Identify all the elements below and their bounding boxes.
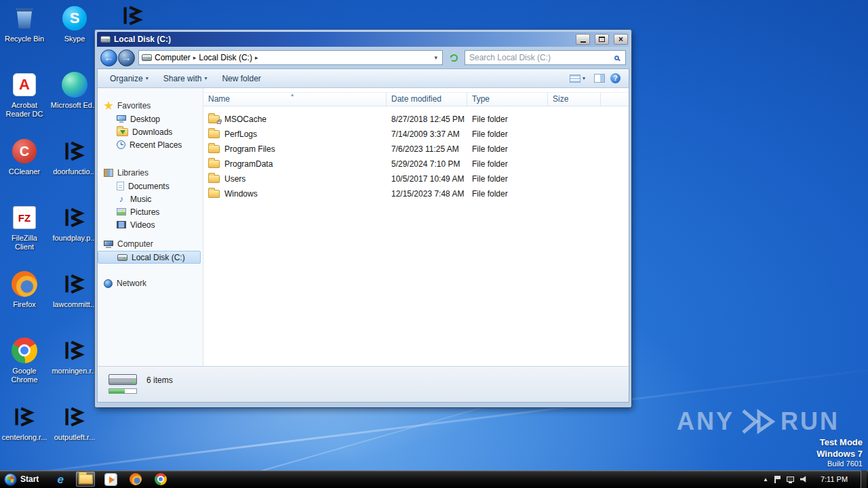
desktop-icon-ccleaner[interactable]: CCleaner bbox=[2, 137, 47, 176]
nav-item-local-disk-c[interactable]: Local Disk (C:) bbox=[98, 251, 201, 264]
nav-item-recent-places[interactable]: Recent Places bbox=[98, 138, 203, 151]
file-row-users[interactable]: Users 10/5/2017 10:49 AM File folder bbox=[203, 171, 629, 186]
hidden-icons-button[interactable]: ▲ bbox=[763, 476, 768, 483]
desktop-icon-lawcommitt[interactable]: lawcommitt... bbox=[52, 270, 97, 309]
file-row-programdata[interactable]: ProgramData 5/29/2024 7:10 PM File folde… bbox=[203, 157, 629, 171]
chevron-down-icon: ▾ bbox=[146, 75, 149, 81]
refresh-icon bbox=[450, 54, 458, 62]
nav-item-videos[interactable]: Videos bbox=[98, 218, 203, 231]
file-rows: MSOCache 8/27/2018 12:45 PM File folder … bbox=[203, 112, 629, 201]
downloads-icon bbox=[117, 128, 128, 136]
nav-item-documents[interactable]: Documents bbox=[98, 180, 203, 192]
network-tray-icon[interactable] bbox=[787, 476, 794, 482]
nav-item-desktop[interactable]: Desktop bbox=[98, 113, 203, 125]
breadcrumb[interactable]: Computer ▸ Local Disk (C:) ▸ ▾ bbox=[138, 50, 443, 65]
desktop-icon-label: doorfunctio... bbox=[53, 167, 96, 176]
folder-icon bbox=[208, 145, 220, 153]
command-bar: Organize▾ Share with▾ New folder ▾ ? bbox=[98, 69, 629, 88]
address-dropdown-icon[interactable]: ▾ bbox=[432, 54, 439, 61]
column-header-name[interactable]: Name▴ bbox=[203, 92, 387, 106]
clock-icon bbox=[117, 140, 125, 149]
chrome-icon bbox=[12, 336, 37, 365]
desktop-icon-label: centerlong.r... bbox=[2, 433, 47, 442]
file-row-msocache[interactable]: MSOCache 8/27/2018 12:45 PM File folder bbox=[203, 112, 629, 127]
desktop-icon-chrome[interactable]: Google Chrome bbox=[2, 336, 47, 384]
new-folder-button[interactable]: New folder bbox=[215, 71, 267, 86]
nav-item-downloads[interactable]: Downloads bbox=[98, 125, 203, 138]
folder-icon bbox=[208, 115, 220, 123]
nav-group-computer[interactable]: Computer bbox=[98, 237, 203, 251]
desktop-icon-acrobat[interactable]: Acrobat Reader DC bbox=[2, 70, 47, 119]
minimize-button[interactable] bbox=[576, 34, 590, 45]
desktop-icon-outputleft[interactable]: outputleft.r... bbox=[52, 403, 97, 442]
nav-group-network[interactable]: Network bbox=[98, 277, 203, 290]
back-button[interactable]: ← bbox=[100, 49, 117, 66]
action-center-icon[interactable] bbox=[774, 476, 781, 483]
desktop-icon-label: Skype bbox=[64, 35, 85, 43]
column-headers: Name▴ Date modified Type Size bbox=[203, 92, 629, 106]
lock-icon bbox=[217, 121, 221, 124]
desktop-icon-skype[interactable]: Skype bbox=[52, 4, 97, 43]
filezilla-icon bbox=[13, 203, 36, 232]
folder-icon bbox=[208, 130, 220, 138]
desktop-icon-label: Recycle Bin bbox=[5, 35, 44, 43]
desktop-icon-label: Firefox bbox=[13, 300, 36, 309]
nav-item-pictures[interactable]: Pictures bbox=[98, 205, 203, 218]
share-with-button[interactable]: Share with▾ bbox=[157, 71, 214, 86]
nav-group-libraries[interactable]: Libraries bbox=[98, 166, 203, 180]
help-button[interactable]: ? bbox=[610, 73, 620, 83]
anyrun-file-icon bbox=[12, 403, 37, 431]
anyrun-file-icon bbox=[120, 1, 146, 30]
anyrun-file-icon bbox=[62, 403, 87, 431]
volume-icon[interactable] bbox=[800, 476, 808, 483]
desktop-icon-label: outputleft.r... bbox=[54, 433, 96, 442]
preview-pane-button[interactable] bbox=[594, 74, 605, 83]
nav-group-favorites[interactable]: Favorites bbox=[98, 99, 203, 113]
address-bar: ← → Computer ▸ Local Disk (C:) ▸ ▾ bbox=[97, 47, 629, 68]
taskbar-media-player-icon[interactable] bbox=[101, 472, 120, 487]
desktop-icon-label: FileZilla Client bbox=[2, 234, 47, 251]
anyrun-file-icon bbox=[62, 137, 87, 165]
taskbar-chrome-icon[interactable] bbox=[151, 472, 170, 487]
organize-button[interactable]: Organize▾ bbox=[103, 71, 155, 86]
refresh-button[interactable] bbox=[446, 50, 461, 65]
taskbar-firefox-icon[interactable] bbox=[126, 472, 145, 487]
nav-item-music[interactable]: ♪Music bbox=[98, 192, 203, 205]
desktop-icon-filezilla[interactable]: FileZilla Client bbox=[2, 203, 47, 251]
taskbar-internet-explorer-icon[interactable]: e bbox=[51, 472, 70, 487]
file-row-windows[interactable]: Windows 12/15/2023 7:48 AM File folder bbox=[203, 186, 629, 201]
desktop-icon-edge[interactable]: Microsoft Ed... bbox=[52, 70, 97, 110]
column-header-type[interactable]: Type bbox=[467, 92, 548, 106]
desktop-icon-label: lawcommitt... bbox=[53, 300, 96, 309]
desktop-icon-label: Acrobat Reader DC bbox=[2, 101, 47, 119]
column-header-blank bbox=[601, 92, 629, 106]
desktop-icon-morningen[interactable]: morningen.r... bbox=[52, 336, 97, 375]
desktop-icon-foundplay[interactable]: foundplay.p... bbox=[52, 203, 97, 243]
edge-icon bbox=[62, 70, 87, 99]
file-list: Name▴ Date modified Type Size MSOCache 8… bbox=[203, 88, 629, 366]
maximize-button[interactable] bbox=[595, 34, 609, 45]
desktop-icon-label: foundplay.p... bbox=[52, 234, 96, 243]
breadcrumb-local-disk[interactable]: Local Disk (C:) bbox=[199, 53, 252, 62]
views-icon bbox=[570, 75, 580, 83]
file-row-program-files[interactable]: Program Files 7/6/2023 11:25 AM File fol… bbox=[203, 142, 629, 157]
column-header-size[interactable]: Size bbox=[548, 92, 601, 106]
breadcrumb-computer[interactable]: Computer bbox=[155, 53, 191, 62]
file-row-perflogs[interactable]: PerfLogs 7/14/2009 3:37 AM File folder bbox=[203, 127, 629, 142]
column-header-date-modified[interactable]: Date modified bbox=[387, 92, 467, 106]
forward-button[interactable]: → bbox=[118, 49, 135, 66]
chevron-down-icon: ▾ bbox=[583, 75, 585, 81]
show-desktop-button[interactable] bbox=[861, 470, 867, 488]
desktop-icon-partial[interactable] bbox=[111, 1, 155, 30]
desktop-icon-doorfunctio[interactable]: doorfunctio... bbox=[52, 137, 97, 176]
desktop-icon-centerlong[interactable]: centerlong.r... bbox=[2, 403, 47, 442]
window-titlebar[interactable]: Local Disk (C:) × bbox=[97, 32, 629, 47]
start-button[interactable]: Start bbox=[0, 470, 45, 488]
desktop-icon-firefox[interactable]: Firefox bbox=[2, 270, 47, 309]
desktop-icon-recycle-bin[interactable]: Recycle Bin bbox=[2, 4, 47, 43]
search-input[interactable] bbox=[465, 53, 614, 62]
close-button[interactable]: × bbox=[614, 34, 628, 45]
taskbar-clock[interactable]: 7:11 PM bbox=[818, 475, 850, 483]
taskbar-windows-explorer-icon[interactable] bbox=[76, 472, 95, 487]
change-view-button[interactable]: ▾ bbox=[566, 73, 589, 85]
